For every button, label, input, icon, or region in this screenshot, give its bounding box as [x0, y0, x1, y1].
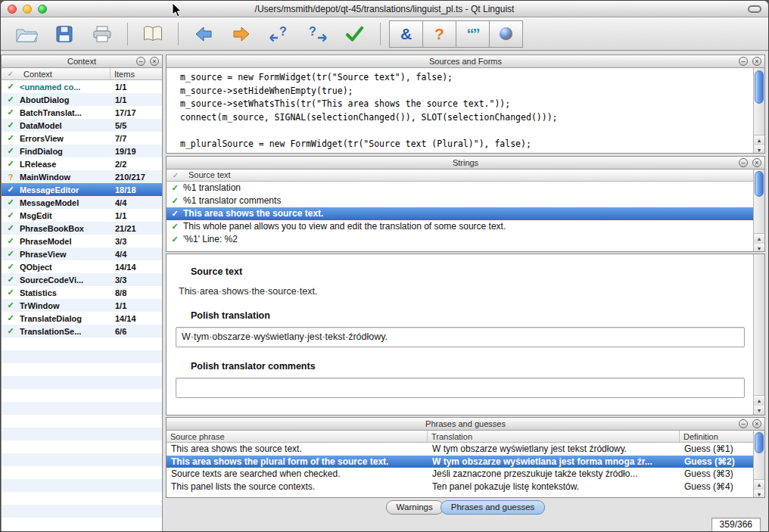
float-panel-button[interactable]: –: [739, 57, 748, 66]
context-row[interactable]: ✓PhraseModel3/3: [2, 235, 162, 247]
context-row[interactable]: ✓MsgEdit1/1: [2, 209, 162, 222]
context-row[interactable]: ✓MessageModel4/4: [2, 196, 162, 209]
string-row[interactable]: ✓'%1' Line: %2: [167, 233, 753, 246]
float-panel-button[interactable]: –: [136, 57, 145, 66]
toggle-place-markers-button[interactable]: [489, 20, 523, 48]
done-and-next-button[interactable]: [338, 20, 372, 48]
close-panel-button[interactable]: ×: [150, 57, 159, 66]
zoom-button[interactable]: [38, 5, 47, 14]
close-button[interactable]: [8, 5, 17, 14]
context-row[interactable]: ✓AboutDialog1/1: [2, 93, 162, 106]
scroll-up-arrow[interactable]: ▲: [754, 234, 764, 244]
sources-panel-header[interactable]: Sources and Forms – ×: [167, 55, 764, 68]
scroll-down-arrow[interactable]: ▼: [754, 145, 764, 154]
float-panel-button[interactable]: –: [739, 419, 748, 428]
scroll-up-arrow[interactable]: ▲: [754, 135, 764, 145]
empty-row: [2, 338, 162, 350]
context-row[interactable]: ✓TranslateDialog14/14: [2, 312, 162, 325]
minimize-button[interactable]: [23, 5, 32, 14]
scrollbar-thumb[interactable]: [755, 171, 764, 197]
scroll-up-arrow[interactable]: ▲: [754, 480, 764, 490]
context-row[interactable]: ?MainWindow210/217: [2, 170, 162, 183]
scroll-up-arrow[interactable]: ▲: [754, 396, 764, 406]
vertical-scrollbar[interactable]: ▲ ▼: [753, 254, 764, 415]
vertical-scrollbar[interactable]: ▲ ▼: [753, 68, 764, 154]
context-row[interactable]: ✓FindDialog19/19: [2, 145, 162, 157]
toggle-accelerators-button[interactable]: &: [389, 20, 423, 48]
phrases-column-header[interactable]: Source phrase Translation Definition: [167, 431, 753, 443]
done-check-icon: ✓: [2, 300, 20, 310]
toolbar-toggle-button[interactable]: [748, 5, 761, 13]
context-row[interactable]: ✓PhraseView4/4: [2, 247, 162, 260]
scroll-down-arrow[interactable]: ▼: [754, 244, 764, 252]
context-items-count: 2/2: [111, 160, 162, 169]
next-button[interactable]: [225, 20, 258, 48]
context-row[interactable]: ✓TranslationSe...6/6: [2, 325, 162, 338]
context-row[interactable]: ✓TrWindow1/1: [2, 299, 162, 312]
context-row[interactable]: ✓ErrorsView7/7: [2, 132, 162, 145]
tab-warnings[interactable]: Warnings: [386, 500, 444, 515]
context-column-header[interactable]: ✓ Context Items: [2, 68, 162, 80]
phrase-source: Source texts are searched when checked.: [167, 468, 428, 479]
place-marker-ball-icon: [500, 27, 512, 40]
next-unfinished-button[interactable]: ?: [300, 20, 334, 48]
next-arrow-icon: [232, 25, 251, 43]
definition-column-label[interactable]: Definition: [680, 431, 753, 442]
context-row[interactable]: ✓<unnamed co...1/1: [2, 80, 162, 93]
strings-panel-header[interactable]: Strings – ×: [167, 157, 764, 170]
close-panel-button[interactable]: ×: [752, 57, 761, 66]
context-row[interactable]: ✓BatchTranslat...17/17: [2, 106, 162, 119]
toggle-phrase-matches-button[interactable]: “”: [456, 20, 490, 48]
vertical-scrollbar[interactable]: ▲ ▼: [753, 431, 764, 498]
phrase-row[interactable]: This panel lists the source contexts.Ten…: [167, 481, 753, 493]
save-button[interactable]: [48, 20, 81, 48]
print-button[interactable]: [86, 20, 119, 48]
prev-button[interactable]: [187, 20, 220, 48]
translation-input[interactable]: W·tym·obszarze·wyświetlany·jest·tekst·źr…: [176, 327, 745, 347]
strings-panel-title: Strings: [453, 158, 478, 167]
empty-row: [2, 518, 162, 530]
context-row[interactable]: ✓Statistics8/8: [2, 286, 162, 299]
scrollbar-thumb[interactable]: [755, 70, 764, 104]
titlebar[interactable]: /Users/msmith/depot/qt-45/translations/l…: [1, 1, 768, 17]
context-row[interactable]: ✓SourceCodeVi...3/3: [2, 273, 162, 286]
context-row[interactable]: ✓DataModel5/5: [2, 119, 162, 132]
vertical-scrollbar[interactable]: ▲ ▼: [753, 170, 764, 252]
phrase-row[interactable]: This area shows the plural form of the s…: [167, 456, 753, 468]
phrases-panel-header[interactable]: Phrases and guesses – ×: [167, 418, 764, 431]
context-panel-header[interactable]: Context – ×: [2, 55, 162, 68]
translator-comments-input[interactable]: [176, 378, 745, 398]
context-row[interactable]: ✓MessageEditor18/18: [2, 183, 162, 196]
tab-phrases-and-guesses[interactable]: Phrases and guesses: [441, 500, 546, 515]
string-row[interactable]: ✓%1 translation: [167, 182, 753, 194]
source-phrase-column-label[interactable]: Source phrase: [167, 431, 428, 442]
done-check-icon: ✓: [2, 159, 20, 169]
toggle-ending-punctuation-button[interactable]: ?: [422, 20, 456, 48]
source-code-view[interactable]: m_source = new FormWidget(tr("Source tex…: [167, 68, 753, 151]
string-row[interactable]: ✓This whole panel allows you to view and…: [167, 220, 753, 233]
scrollbar-thumb[interactable]: [755, 432, 764, 453]
context-column-label[interactable]: Context: [20, 68, 111, 79]
phrase-row[interactable]: This area shows the source text.W tym ob…: [167, 443, 753, 456]
close-panel-button[interactable]: ×: [752, 158, 761, 167]
scroll-down-arrow[interactable]: ▼: [754, 490, 764, 498]
context-row[interactable]: ✓QObject14/14: [2, 260, 162, 273]
context-row[interactable]: ✓PhraseBookBox21/21: [2, 222, 162, 235]
strings-column-header[interactable]: ✓ Source text: [167, 170, 753, 182]
close-panel-button[interactable]: ×: [752, 419, 761, 428]
context-name: TrWindow: [20, 301, 111, 310]
items-column-label[interactable]: Items: [111, 68, 162, 79]
phrase-book-button[interactable]: [136, 20, 170, 48]
done-check-icon: ✓: [2, 223, 20, 233]
open-button[interactable]: [10, 20, 43, 48]
float-panel-button[interactable]: –: [739, 158, 748, 167]
context-row[interactable]: ✓LRelease2/2: [2, 157, 162, 170]
string-row[interactable]: ✓%1 translator comments: [167, 194, 753, 207]
string-row[interactable]: ✓This area shows the source text.: [167, 207, 753, 220]
translation-column-label[interactable]: Translation: [428, 431, 680, 442]
phrase-row[interactable]: Source texts are searched when checked.J…: [167, 468, 753, 481]
prev-unfinished-button[interactable]: ?: [263, 20, 296, 48]
done-check-icon: ✓: [2, 133, 20, 143]
scroll-down-arrow[interactable]: ▼: [754, 406, 764, 415]
source-text-column-label[interactable]: Source text: [185, 170, 753, 181]
